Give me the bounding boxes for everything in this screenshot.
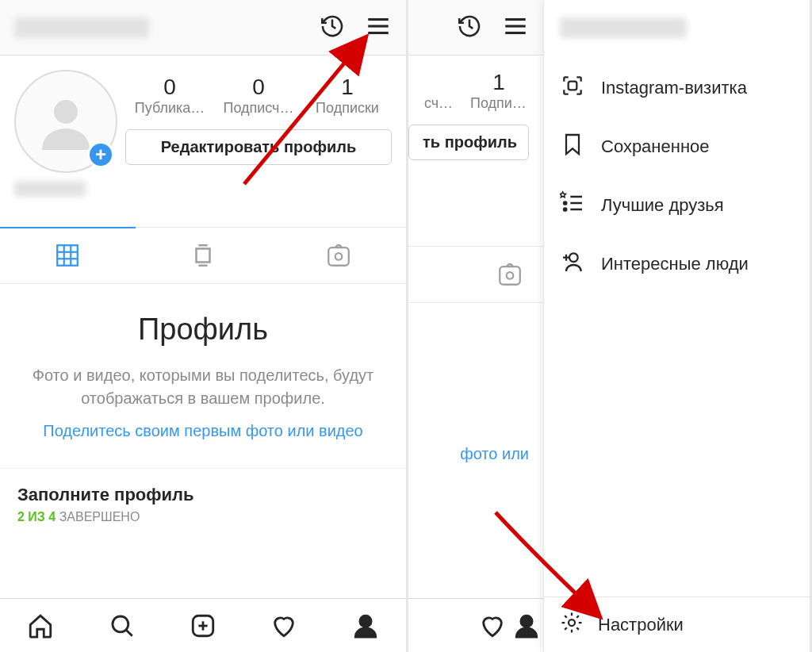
svg-rect-22 <box>500 267 520 285</box>
empty-title: Профиль <box>22 313 384 347</box>
add-person-icon <box>560 249 585 279</box>
profile-stats: + 0 Публика… 0 Подписч… 1 Подписки <box>0 56 406 173</box>
nav-home[interactable] <box>0 599 81 652</box>
share-first-link-frag[interactable]: фото или <box>408 443 529 466</box>
nav-profile[interactable] <box>510 599 544 652</box>
menu-close-friends[interactable]: Лучшие друзья <box>544 176 810 235</box>
bottom-nav <box>0 598 406 652</box>
menu-label: Сохраненное <box>601 136 710 157</box>
list-star-icon <box>560 190 585 221</box>
add-story-icon[interactable]: + <box>87 141 114 168</box>
svg-rect-25 <box>569 82 577 90</box>
hamburger-icon[interactable] <box>365 13 392 43</box>
edit-profile-button-frag[interactable]: ть профиль <box>408 125 529 160</box>
stat-posts[interactable]: 0 Публика… <box>125 75 214 117</box>
svg-point-17 <box>360 616 371 627</box>
stat-followers[interactable]: 0 Подписч… <box>214 75 303 117</box>
avatar[interactable]: + <box>14 70 117 173</box>
svg-point-26 <box>564 201 566 204</box>
activity-icon[interactable] <box>319 13 346 43</box>
username-blurred <box>14 17 149 38</box>
underlay: сч… 1 Подписки ть профиль <box>408 0 543 652</box>
display-name-blurred <box>14 181 86 197</box>
hamburger-icon[interactable] <box>502 13 529 43</box>
svg-point-28 <box>569 253 578 262</box>
svg-point-23 <box>506 272 513 279</box>
svg-rect-9 <box>197 249 210 263</box>
complete-profile-card[interactable]: Заполните профиль 2 ИЗ 4 ЗАВЕРШЕНО <box>0 468 406 532</box>
nav-search[interactable] <box>81 599 162 652</box>
empty-desc: Фото и видео, которыми вы поделитесь, бу… <box>22 364 384 410</box>
tab-tagged[interactable] <box>476 247 543 302</box>
screen-profile: + 0 Публика… 0 Подписч… 1 Подписки <box>0 0 408 652</box>
nav-activity[interactable] <box>476 599 510 652</box>
nametag-icon <box>560 73 585 103</box>
profile-tabs <box>0 227 406 284</box>
edit-profile-button[interactable]: Редактировать профиль <box>125 129 392 165</box>
activity-icon[interactable] <box>456 13 483 43</box>
nav-profile[interactable] <box>325 599 406 652</box>
menu-label: Интересные люди <box>601 254 749 274</box>
share-first-link[interactable]: Поделитесь своим первым фото или видео <box>22 420 384 443</box>
stat-followers-frag: сч… <box>408 70 469 112</box>
svg-point-3 <box>54 100 78 124</box>
complete-profile-progress: 2 ИЗ 4 ЗАВЕРШЕНО <box>17 510 389 524</box>
menu-discover-people[interactable]: Интересные люди <box>544 235 810 293</box>
menu-nametag[interactable]: Instagram-визитка <box>544 59 810 117</box>
menu-label: Instagram-визитка <box>601 78 747 98</box>
svg-rect-4 <box>58 245 79 266</box>
bookmark-icon <box>560 132 585 162</box>
complete-profile-title: Заполните профиль <box>17 485 389 505</box>
nav-activity[interactable] <box>243 599 324 652</box>
gear-icon <box>560 611 584 639</box>
nav-add[interactable] <box>163 599 243 652</box>
svg-point-27 <box>564 208 566 210</box>
svg-line-13 <box>126 630 132 635</box>
svg-point-11 <box>335 253 342 260</box>
tab-tagged[interactable] <box>270 228 406 283</box>
screen-menu-open: сч… 1 Подписки ть профиль <box>408 0 812 652</box>
menu-label: Лучшие друзья <box>601 195 724 216</box>
header <box>0 0 406 56</box>
menu-saved[interactable]: Сохраненное <box>544 117 810 176</box>
username-blurred <box>560 17 687 38</box>
svg-rect-10 <box>328 247 349 266</box>
tab-feed[interactable] <box>136 228 271 283</box>
stat-following[interactable]: 1 Подписки <box>469 70 529 112</box>
svg-point-24 <box>521 616 532 627</box>
stat-following[interactable]: 1 Подписки <box>303 75 392 117</box>
settings-label: Настройки <box>598 615 684 635</box>
menu-settings[interactable]: Настройки <box>544 596 810 652</box>
empty-state: Профиль Фото и видео, которыми вы подели… <box>0 284 406 449</box>
svg-point-29 <box>569 619 575 626</box>
tab-grid[interactable] <box>0 227 136 282</box>
svg-point-12 <box>113 616 128 631</box>
side-menu: Instagram-визитка Сохраненное Лучшие дру… <box>543 0 810 652</box>
